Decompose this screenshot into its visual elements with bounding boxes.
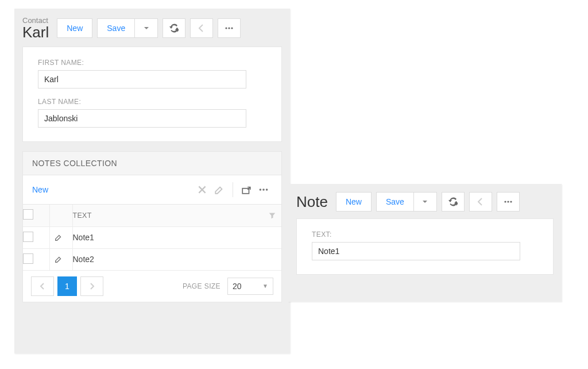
first-name-label: FIRST NAME: — [38, 59, 266, 67]
text-column-label: TEXT — [73, 212, 92, 220]
pager-prev-button[interactable] — [31, 276, 54, 296]
notes-section: NOTES COLLECTION New — [22, 151, 282, 302]
svg-point-0 — [226, 27, 227, 29]
back-button[interactable] — [190, 18, 213, 38]
notes-edit-button[interactable] — [211, 181, 228, 198]
row-checkbox[interactable] — [23, 253, 33, 264]
save-button-group: Save — [97, 18, 158, 38]
row-checkbox[interactable] — [23, 232, 33, 242]
note-save-button[interactable]: Save — [376, 192, 414, 212]
notes-new-button[interactable]: New — [32, 185, 48, 194]
svg-point-2 — [231, 27, 233, 29]
note-text-label: TEXT: — [312, 230, 538, 239]
svg-point-6 — [266, 189, 268, 191]
save-button[interactable]: Save — [97, 18, 135, 38]
svg-point-5 — [262, 189, 265, 191]
chevron-left-icon — [38, 282, 47, 291]
save-dropdown-button[interactable] — [135, 18, 158, 38]
note-refresh-button[interactable] — [442, 192, 465, 212]
note-title: Note — [296, 194, 328, 209]
caret-down-icon: ▼ — [262, 283, 268, 289]
overflow-button[interactable] — [218, 18, 241, 38]
first-name-field: FIRST NAME: — [38, 59, 266, 89]
close-icon — [197, 184, 207, 195]
refresh-icon — [448, 197, 458, 206]
pager: 1 PAGE SIZE 20 ▼ — [23, 271, 281, 302]
row-edit-button[interactable] — [50, 251, 67, 268]
caret-down-icon — [142, 24, 151, 33]
contact-title: Karl — [22, 25, 49, 40]
row-text-cell: Note1 — [72, 226, 281, 248]
first-name-input[interactable] — [38, 70, 246, 89]
pager-current-page[interactable]: 1 — [57, 276, 77, 296]
note-toolbar: Note New Save — [296, 190, 554, 218]
table-row[interactable]: Note1 — [23, 226, 281, 248]
last-name-label: LAST NAME: — [38, 98, 266, 106]
note-back-button[interactable] — [469, 192, 492, 212]
chevron-left-icon — [476, 197, 485, 206]
checkbox-icon — [23, 209, 33, 220]
text-column-header[interactable]: TEXT — [72, 205, 281, 226]
pencil-icon — [55, 255, 63, 263]
separator — [233, 182, 233, 197]
caret-down-icon — [420, 197, 430, 206]
export-icon — [241, 184, 252, 195]
chevron-right-icon — [87, 282, 96, 291]
pencil-icon — [214, 184, 225, 195]
ellipsis-icon — [258, 184, 269, 195]
select-all-header[interactable] — [23, 205, 49, 226]
svg-point-8 — [507, 201, 509, 202]
svg-point-4 — [260, 189, 262, 191]
note-overflow-button[interactable] — [497, 192, 520, 212]
new-button[interactable]: New — [57, 18, 92, 38]
ellipsis-icon — [504, 197, 513, 206]
chevron-left-icon — [197, 24, 206, 33]
last-name-field: LAST NAME: — [38, 98, 266, 128]
notes-export-button[interactable] — [238, 181, 255, 198]
note-panel: Note New Save TEXT: — [288, 184, 562, 302]
svg-point-7 — [504, 201, 506, 202]
svg-point-9 — [510, 201, 512, 202]
svg-point-1 — [229, 27, 230, 29]
table-row[interactable]: Note2 — [23, 248, 281, 270]
ellipsis-icon — [225, 24, 234, 33]
row-text-cell: Note2 — [72, 248, 281, 270]
contact-toolbar: Contact Karl New Save — [22, 14, 282, 47]
pagesize-value: 20 — [233, 282, 242, 291]
pager-next-button[interactable] — [80, 276, 103, 296]
refresh-icon — [169, 24, 179, 33]
note-text-field: TEXT: — [312, 230, 538, 260]
note-new-button[interactable]: New — [336, 192, 372, 212]
contact-title-block: Contact Karl — [22, 17, 49, 40]
pagesize-select[interactable]: 20 ▼ — [227, 278, 273, 295]
edit-column-header — [49, 205, 72, 226]
note-title-block: Note — [296, 194, 328, 209]
note-save-dropdown-button[interactable] — [414, 192, 437, 212]
notes-table: TEXT Note1 — [23, 205, 281, 271]
last-name-input[interactable] — [38, 109, 246, 128]
notes-toolbar: New — [23, 175, 281, 205]
pagesize-label: PAGE SIZE — [183, 282, 220, 290]
pencil-icon — [55, 233, 63, 241]
notes-overflow-button[interactable] — [255, 181, 272, 198]
table-header-row: TEXT — [23, 205, 281, 226]
row-edit-button[interactable] — [50, 229, 67, 246]
refresh-button[interactable] — [163, 18, 185, 38]
notes-delete-button[interactable] — [194, 181, 211, 198]
note-save-group: Save — [376, 192, 437, 212]
contact-panel: Contact Karl New Save FIRST NAME: LAST — [14, 9, 290, 353]
filter-icon[interactable] — [269, 212, 276, 219]
notes-section-header: NOTES COLLECTION — [23, 152, 281, 175]
contact-form-card: FIRST NAME: LAST NAME: — [22, 47, 282, 142]
note-text-input[interactable] — [312, 242, 520, 260]
note-form-card: TEXT: — [296, 218, 554, 275]
